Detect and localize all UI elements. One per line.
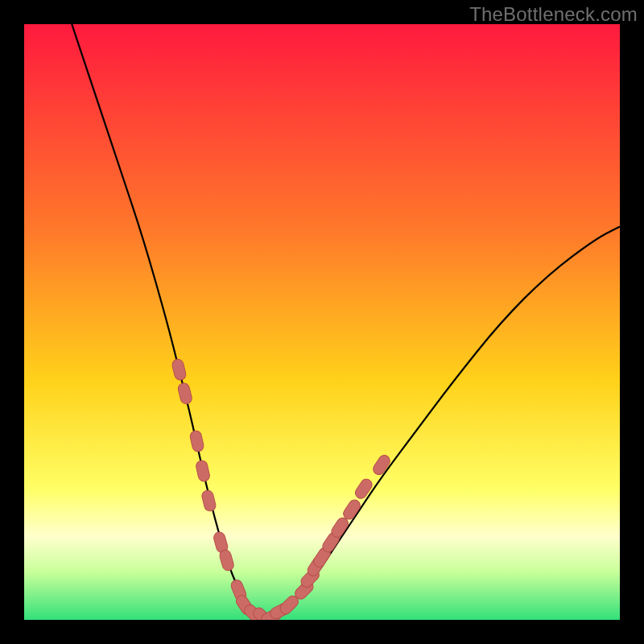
- bottleneck-chart: [24, 24, 620, 620]
- watermark-text: TheBottleneck.com: [469, 3, 638, 26]
- gradient-background: [24, 24, 620, 620]
- chart-frame: [24, 24, 620, 620]
